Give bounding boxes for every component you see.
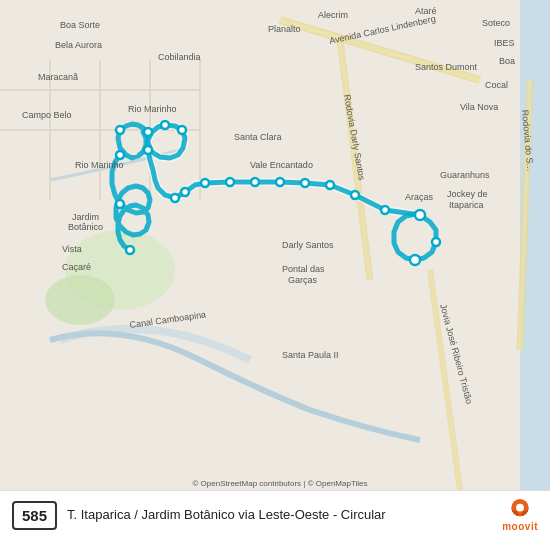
svg-point-23 [410,255,420,265]
bottom-bar: 585 T. Itaparica / Jardim Botânico via L… [0,490,550,540]
svg-text:Boa: Boa [499,56,515,66]
svg-point-5 [381,206,389,214]
svg-point-24 [432,238,440,246]
svg-text:Caçaré: Caçaré [62,262,91,272]
svg-point-20 [116,151,124,159]
route-badge: 585 [12,501,57,530]
svg-text:Itaparica: Itaparica [449,200,484,210]
svg-text:Boa Sorte: Boa Sorte [60,20,100,30]
svg-point-19 [116,126,124,134]
svg-point-12 [201,179,209,187]
svg-point-3 [45,275,115,325]
svg-point-18 [144,146,152,154]
svg-text:Jardim: Jardim [72,212,99,222]
svg-point-15 [144,128,152,136]
svg-point-17 [178,126,186,134]
svg-text:© OpenStreetMap contributors |: © OpenStreetMap contributors | © OpenMap… [193,479,368,488]
svg-text:Rio Marinho: Rio Marinho [128,104,177,114]
svg-point-11 [226,178,234,186]
svg-text:IBES: IBES [494,38,515,48]
svg-text:Santa Paula II: Santa Paula II [282,350,339,360]
svg-text:Santos Dumont: Santos Dumont [415,62,478,72]
moovit-logo: moovit [502,499,538,532]
svg-point-6 [351,191,359,199]
svg-point-62 [516,504,524,512]
svg-point-13 [181,188,189,196]
svg-text:Vista: Vista [62,244,82,254]
svg-text:Alecrim: Alecrim [318,10,348,20]
svg-text:Botânico: Botânico [68,222,103,232]
svg-text:Araças: Araças [405,192,434,202]
svg-text:Vale Encantado: Vale Encantado [250,160,313,170]
svg-text:Pontal das: Pontal das [282,264,325,274]
svg-text:Guaranhuns: Guaranhuns [440,170,490,180]
svg-point-16 [161,121,169,129]
svg-point-22 [126,246,134,254]
svg-point-10 [251,178,259,186]
svg-text:Cobilandia: Cobilandia [158,52,201,62]
svg-text:Maracanã: Maracanã [38,72,78,82]
svg-text:Campo Belo: Campo Belo [22,110,72,120]
svg-text:Cocal: Cocal [485,80,508,90]
svg-text:Planalto: Planalto [268,24,301,34]
svg-text:Vila Nova: Vila Nova [460,102,498,112]
svg-text:Soteco: Soteco [482,18,510,28]
svg-text:Rio Marinho: Rio Marinho [75,160,124,170]
svg-text:Darly Santos: Darly Santos [282,240,334,250]
svg-text:Santa Clara: Santa Clara [234,132,282,142]
moovit-pin-icon [509,499,531,521]
svg-text:Jockey de: Jockey de [447,189,488,199]
svg-text:Bela Aurora: Bela Aurora [55,40,102,50]
svg-point-8 [301,179,309,187]
svg-point-21 [116,200,124,208]
map-container: Boa Sorte Bela Aurora Maracanã Campo Bel… [0,0,550,490]
route-title: T. Itaparica / Jardim Botânico via Leste… [67,507,492,524]
svg-point-14 [171,194,179,202]
moovit-text: moovit [502,521,538,532]
svg-point-9 [276,178,284,186]
svg-point-7 [326,181,334,189]
svg-point-4 [415,210,425,220]
svg-text:Garças: Garças [288,275,318,285]
